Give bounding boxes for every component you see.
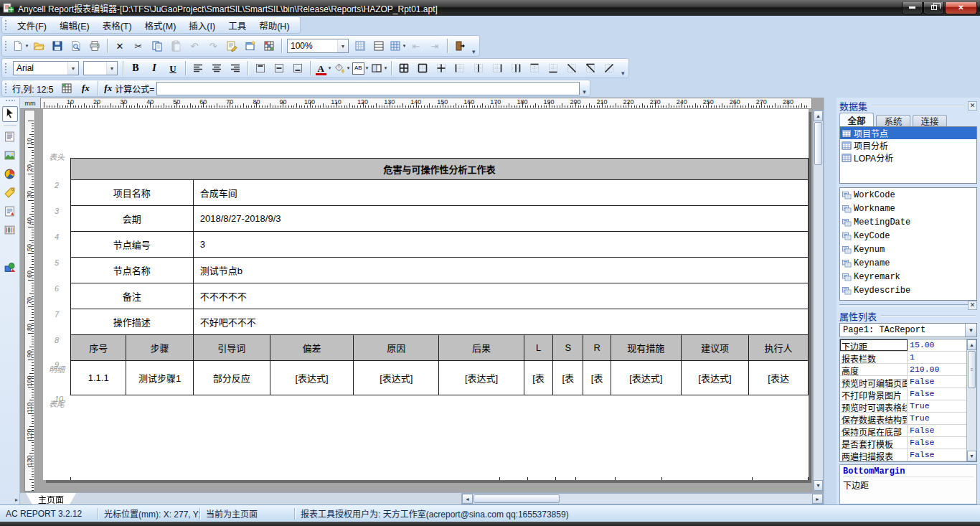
border-right-button[interactable] xyxy=(489,60,506,76)
toolbar-overflow-chevron[interactable]: ▾ xyxy=(621,70,625,77)
dataset-tab-item[interactable]: 连接 xyxy=(913,115,947,126)
property-row[interactable]: 两遍扫描报表False xyxy=(840,449,966,461)
detail-cell[interactable]: [表 xyxy=(553,361,583,395)
richtext-tool[interactable] xyxy=(2,205,18,220)
font-color-button[interactable]: A▾ xyxy=(314,60,331,76)
font-size-combo[interactable]: ▾ xyxy=(83,61,118,75)
info-value-cell[interactable]: 3 xyxy=(193,232,808,258)
column-header-cell[interactable]: 序号 xyxy=(71,335,126,361)
dropdown-arrow-icon[interactable]: ▾ xyxy=(366,65,369,71)
print-preview-button[interactable] xyxy=(67,38,85,54)
close-button[interactable]: ✕ xyxy=(945,2,977,14)
property-name[interactable]: 保存数据表结构到 xyxy=(840,413,908,424)
menu-item[interactable]: 编辑(E) xyxy=(53,17,96,34)
align-left-button[interactable] xyxy=(189,60,207,76)
barcode-tool[interactable] xyxy=(2,223,18,239)
bold-button[interactable]: B xyxy=(127,60,144,76)
dataset-item[interactable]: LOPA分析 xyxy=(840,151,976,164)
paste-button[interactable] xyxy=(167,38,184,54)
main-toolbar-grip[interactable] xyxy=(4,40,8,52)
detail-cell[interactable]: [表 xyxy=(583,361,611,395)
property-value[interactable]: True xyxy=(908,413,966,424)
dropdown-arrow-icon[interactable]: ▾ xyxy=(26,43,29,49)
detail-cell[interactable]: [表达式] xyxy=(354,361,439,395)
v-ruler[interactable]: 102030405060708090100110120130 xyxy=(24,110,35,492)
property-name[interactable]: 是否套打模板 xyxy=(840,437,908,448)
property-row[interactable]: 预览时可编辑页面False xyxy=(840,376,966,388)
dataset-item[interactable]: 项目分析 xyxy=(840,139,976,151)
field-list[interactable]: WorkCodeWorknameMeetingDateKeyCodeKeynum… xyxy=(839,187,977,301)
undo-button[interactable]: ↶ xyxy=(186,38,203,54)
field-item[interactable]: Keydescribe xyxy=(840,283,976,297)
property-value[interactable]: 15.00 xyxy=(908,339,966,351)
format-toolbar-grip[interactable] xyxy=(4,62,8,74)
zoom-combo[interactable]: 100%▾ xyxy=(287,39,349,53)
formula-overflow-chevron[interactable]: ▾ xyxy=(583,88,586,95)
valign-middle-button[interactable] xyxy=(270,60,288,76)
field-item[interactable]: WorkCode xyxy=(840,188,976,202)
prop-scroll-up-icon[interactable]: ▲ xyxy=(967,339,976,350)
font-size-combo-arrow-icon[interactable]: ▾ xyxy=(106,62,117,75)
info-value-cell[interactable]: 合成车间 xyxy=(193,180,808,206)
doc-table[interactable]: 危害与可操作性分析工作表项目名称合成车间会期2018/8/27-2018/9/3… xyxy=(70,158,809,395)
zoom-combo-arrow-icon[interactable]: ▾ xyxy=(337,39,348,52)
save-button[interactable] xyxy=(49,38,66,54)
info-value-cell[interactable]: 不好吧不不不 xyxy=(193,309,808,335)
open-button[interactable] xyxy=(30,38,47,54)
align-right-button[interactable] xyxy=(227,60,244,76)
column-header-cell[interactable]: 执行人 xyxy=(749,335,809,361)
restore-button[interactable] xyxy=(923,2,944,14)
properties-button[interactable] xyxy=(242,38,259,54)
info-value-cell[interactable]: 测试节点b xyxy=(193,258,808,283)
property-row[interactable]: 保持页尾在底部False xyxy=(840,425,966,437)
label-tool[interactable] xyxy=(2,186,18,202)
footer-date-value-cell[interactable]: 2018/9/12 xyxy=(662,477,752,480)
object-selector-arrow-icon[interactable]: ▼ xyxy=(965,324,976,337)
footer-cell[interactable] xyxy=(752,477,808,480)
prop-scroll-thumb[interactable]: ≡ xyxy=(968,351,976,388)
column-header-cell[interactable]: 偏差 xyxy=(270,335,353,361)
property-row[interactable]: 报表栏数1 xyxy=(840,352,966,364)
text-tool[interactable] xyxy=(2,130,18,146)
scroll-right-icon[interactable]: ► xyxy=(812,494,823,504)
detail-cell[interactable]: [表达式] xyxy=(681,361,749,395)
footer-cell[interactable] xyxy=(499,477,528,480)
property-name[interactable]: 预览时可调表格线 xyxy=(840,400,908,412)
column-header-cell[interactable]: 建议项 xyxy=(681,335,749,361)
property-value[interactable]: False xyxy=(908,449,966,461)
detail-cell[interactable]: [表达式] xyxy=(439,361,524,395)
info-label-cell[interactable]: 节点编号 xyxy=(71,232,194,258)
detail-cell[interactable]: 1.1.1 xyxy=(71,361,126,395)
doc-footer-table[interactable]: 日期:2018/9/12 xyxy=(70,477,809,480)
border-top-button[interactable] xyxy=(526,60,543,76)
report-page[interactable]: 危害与可操作性分析工作表项目名称合成车间会期2018/8/27-2018/9/3… xyxy=(43,109,809,480)
detail-cell[interactable]: 测试步骤1 xyxy=(126,361,193,395)
property-row[interactable]: 是否套打模板False xyxy=(840,437,966,449)
border-diag-corner-button[interactable] xyxy=(582,60,599,76)
column-header-cell[interactable]: 步骤 xyxy=(126,335,193,361)
valign-top-button[interactable] xyxy=(252,60,269,76)
dataset-item[interactable]: 项目节点 xyxy=(840,127,976,139)
property-value[interactable]: True xyxy=(908,400,966,412)
info-label-cell[interactable]: 备注 xyxy=(71,283,194,309)
next-cell-button[interactable]: ⇥ xyxy=(426,38,443,54)
shape-tool[interactable] xyxy=(2,260,18,276)
property-name[interactable]: 报表栏数 xyxy=(840,352,908,363)
property-row[interactable]: 预览时可调表格线True xyxy=(840,400,966,413)
border-diag-down-button[interactable] xyxy=(563,60,580,76)
property-grid-scrollbar[interactable]: ▲ ≡ ▼ xyxy=(966,339,976,461)
field-item[interactable]: KeyCode xyxy=(840,229,976,243)
underline-button[interactable]: U xyxy=(164,60,182,76)
property-row[interactable]: 下边距15.00 xyxy=(840,339,966,352)
dropdown-arrow-icon[interactable]: ▾ xyxy=(329,65,331,71)
toolbox-expand-icon[interactable]: ▸ xyxy=(15,497,18,503)
column-header-cell[interactable]: S xyxy=(553,335,583,361)
border-box-right-button[interactable] xyxy=(507,60,524,76)
detail-cell[interactable]: [表达式] xyxy=(611,361,682,395)
insert-table-button[interactable] xyxy=(260,38,278,54)
dataset-tab-active[interactable]: 全部 xyxy=(839,113,874,126)
align-center-button[interactable] xyxy=(208,60,225,76)
prev-cell-button[interactable]: ⇤ xyxy=(407,38,425,54)
property-row[interactable]: 不打印背景图片False xyxy=(840,388,966,400)
minimize-button[interactable] xyxy=(902,2,923,14)
